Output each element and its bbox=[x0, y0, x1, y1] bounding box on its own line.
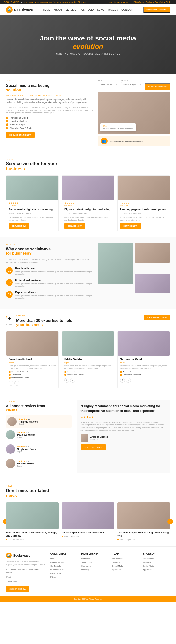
news-image-2 bbox=[62, 502, 114, 529]
reviewer-name-3: Stephanie Baker bbox=[17, 448, 72, 450]
footer-link-approach[interactable]: Approach bbox=[112, 568, 139, 571]
nav-cta-button[interactable]: CONNECT WITH US bbox=[143, 6, 170, 13]
nav-pages[interactable]: PAGES ▾ bbox=[108, 8, 118, 11]
facebook-icon[interactable]: f bbox=[64, 378, 69, 383]
email-text: info@socialwave.io bbox=[109, 1, 128, 4]
footer-link-mission[interactable]: Our Mission bbox=[112, 558, 139, 560]
dot-icon bbox=[64, 371, 66, 373]
service-desc-3: Lorem ipsum dolor sit amet, consectetur … bbox=[118, 215, 170, 223]
news-tag: NEWS bbox=[6, 485, 170, 487]
solution-lorem: Lorem ipsum dolor sit amet, consectetur … bbox=[6, 106, 93, 114]
service-button-3[interactable]: SERVICE NOW bbox=[120, 223, 141, 229]
reviews-left: REVIEW All honest review from clients ★★… bbox=[6, 400, 72, 473]
dot-icon bbox=[120, 371, 122, 373]
footer-description: Lorem ipsum dolor sit amet, consectetur … bbox=[6, 560, 47, 566]
footer-link-licensing[interactable]: Licensing bbox=[81, 568, 108, 571]
service-button-1[interactable]: SERVICE NOW bbox=[9, 223, 29, 229]
footer-link-home[interactable]: Home bbox=[50, 558, 78, 560]
news-image-3 bbox=[117, 502, 170, 529]
footer-link-newsletter[interactable]: Newsletter bbox=[81, 558, 108, 560]
reviews-heading: All honest review from clients bbox=[6, 404, 72, 412]
footer-link-blog[interactable]: Our Blog/News bbox=[50, 568, 78, 571]
why-num-1: 01 bbox=[6, 267, 13, 274]
footer: 🌊 Socialwave Lorem ipsum dolor sit amet,… bbox=[0, 546, 176, 602]
footer-address: 1823 Owens Parkway CA, United State 1 20… bbox=[6, 568, 47, 574]
facebook-icon[interactable]: f bbox=[9, 381, 14, 386]
twitter-icon[interactable]: t bbox=[15, 381, 19, 386]
reviewer-item-2[interactable]: ★★★★★ 3.0 Matthew Wilson Expert bbox=[6, 430, 72, 442]
expert-count-label: EXPERT bbox=[6, 324, 14, 326]
appointment-text: You can request appointment (pending con… bbox=[24, 1, 86, 4]
footer-email-input[interactable] bbox=[6, 579, 47, 584]
experts-header-left: 1+ EXPERT EXPERT More than 30 expertise … bbox=[6, 315, 72, 327]
read-story-button[interactable]: READ STORY CASE bbox=[81, 444, 106, 450]
why-num-2: 02 bbox=[6, 279, 13, 286]
footer-top: 🌊 Socialwave Lorem ipsum dolor sit amet,… bbox=[6, 552, 170, 592]
facebook-icon[interactable]: f bbox=[120, 378, 125, 383]
footer-link-privacy[interactable]: Privacy bbox=[50, 576, 78, 578]
budget-select-label: SELECT bbox=[121, 80, 143, 82]
why-tag: WHY US bbox=[6, 243, 93, 246]
service-image-1 bbox=[6, 176, 58, 200]
team-badge-text: Experienced team and expertise member bbox=[109, 140, 143, 142]
service-button-2[interactable]: SERVICE NOW bbox=[64, 223, 85, 229]
nav-service[interactable]: SERVICE bbox=[66, 8, 76, 11]
service-stars-3: ★★★★★ bbox=[118, 200, 170, 205]
footer-link-service-link[interactable]: Service Link bbox=[143, 558, 170, 560]
connect-button[interactable]: CONNECT WITH US bbox=[145, 83, 170, 90]
nav-contact[interactable]: CONTACT bbox=[121, 8, 133, 11]
check-icon: ✓ bbox=[6, 127, 8, 129]
budget-select[interactable]: Select Budget bbox=[121, 82, 143, 87]
footer-link-service[interactable]: Feature Sevice bbox=[50, 561, 78, 564]
reviewer-name-4: Michael Martin bbox=[17, 462, 72, 465]
news-meta-2: Jhon 17 April 2024 bbox=[62, 535, 114, 538]
why-image-top bbox=[135, 243, 170, 263]
reviewer-item-3[interactable]: ★★★★★ 4.0 Stephanie Baker Expert bbox=[6, 444, 72, 456]
service-select[interactable]: Select Service bbox=[98, 82, 119, 87]
why-right bbox=[98, 243, 170, 303]
nav-home[interactable]: HOME bbox=[43, 8, 50, 11]
nav-portfolio[interactable]: PORTFOLIO bbox=[80, 8, 94, 11]
logo[interactable]: 🌊 Socialwave bbox=[6, 6, 33, 13]
twitter-icon[interactable]: t bbox=[70, 378, 75, 383]
reviews-tag: REVIEW bbox=[6, 400, 72, 402]
footer-link-socialmedia[interactable]: Social Media bbox=[112, 565, 139, 567]
why-lorem: Lorem ipsum dolor sit amet, consectetur … bbox=[6, 258, 93, 264]
view-experts-button[interactable]: VIEW EXPERT TEAM bbox=[144, 315, 170, 320]
footer-link-pricing[interactable]: Pricing Plan bbox=[50, 572, 78, 574]
twitter-icon[interactable]: t bbox=[126, 378, 131, 383]
footer-col-membership-title: MEMBERSHIP bbox=[81, 552, 108, 555]
footer-link-portfolio[interactable]: Our Portfolio bbox=[50, 565, 78, 567]
expert-tags-3: Ads Master Professional Marketer bbox=[118, 371, 170, 378]
footer-link-technical2[interactable]: Technical bbox=[143, 561, 170, 564]
footer-link-approach2[interactable]: Approach bbox=[143, 568, 170, 571]
team-badge: 👥 Experienced team and expertise member bbox=[98, 136, 170, 146]
footer-link-changelog[interactable]: Changelog bbox=[81, 565, 108, 567]
news-carousel: ‹ How Do You Define Electrical Field, Vo… bbox=[6, 502, 170, 540]
footer-link-socialmedia2[interactable]: Social Media bbox=[143, 565, 170, 567]
footer-subscribe-button[interactable]: SUBSCRIBE NOW bbox=[6, 586, 29, 592]
why-text-3: Experienced in area Lorem ipsum dolor si… bbox=[15, 291, 93, 300]
why-left: WHY US Why choose socialwave for busines… bbox=[6, 243, 93, 303]
review-author-info: Amanda Mitchell Share Up bbox=[90, 436, 108, 440]
footer-col-sponsor-title: SPONSOR bbox=[143, 552, 170, 555]
news-next-button[interactable]: › bbox=[167, 519, 173, 524]
discuss-button[interactable]: DISCUSS ONLINE NOW bbox=[6, 132, 35, 138]
expert-tag-1b: Ads Master bbox=[9, 374, 56, 376]
footer-logo-icon: 🌊 bbox=[6, 552, 12, 558]
reviewer-item-1[interactable]: ★★★★★ 4.0 Amanda Mitchell Expert bbox=[6, 416, 72, 428]
expert-role-2: Expert bbox=[62, 362, 114, 365]
review-main-stars: ★★★★★ bbox=[81, 416, 166, 419]
footer-link-technical[interactable]: Technical bbox=[112, 561, 139, 564]
reviewer-item-4[interactable]: ★★★★★ 3.0 Michael Martin Expert bbox=[6, 459, 72, 471]
expert-desc-1: Lorem ipsum dolor sit amet, consectetur … bbox=[6, 365, 58, 371]
service-desc-1: Lorem ipsum dolor sit amet, consectetur … bbox=[6, 215, 58, 223]
services-heading: Service we offer for your business bbox=[6, 161, 170, 172]
nav-about[interactable]: ABOUT bbox=[54, 8, 62, 11]
footer-link-testimonials[interactable]: Testimonials bbox=[81, 561, 108, 564]
experts-header-text: EXPERT More than 30 expertise to help yo… bbox=[16, 315, 72, 327]
book-online-label[interactable]: BOOK ONLINE bbox=[4, 1, 19, 4]
reviewer-name-2: Matthew Wilson bbox=[17, 434, 72, 436]
service-title-1: Social media digital ads marketing bbox=[6, 207, 58, 212]
nav-news[interactable]: NEWS bbox=[97, 8, 105, 11]
